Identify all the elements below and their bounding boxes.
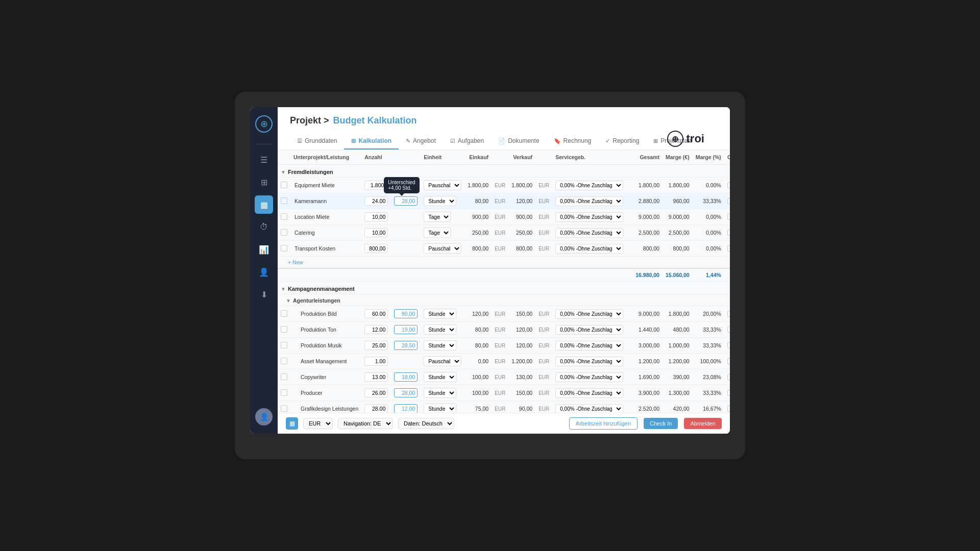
anzahl2-input[interactable] [394,196,418,206]
einheit-select[interactable]: Pauschal [424,180,461,190]
action-checkbox[interactable] [727,311,730,317]
anzahl-input[interactable] [364,309,388,318]
servicegeb-select[interactable]: 0,00% -Ohne Zuschlag [555,309,623,319]
anzahl-input[interactable] [364,372,388,382]
action-checkbox[interactable] [727,342,730,348]
einheit-select[interactable]: Tage [424,228,451,238]
sidebar-avatar[interactable]: 👤 [255,408,273,425]
data-language-select[interactable]: Daten: Deutsch [398,418,454,429]
anzahl-input[interactable] [364,196,388,206]
servicegeb-select[interactable]: 0,00% -Ohne Zuschlag [555,212,623,222]
expand-arrow[interactable]: ▼ [281,298,291,304]
sidebar-icon-clock[interactable]: ⏱ [255,218,273,236]
row-checkbox[interactable] [281,373,287,380]
tab-grunddaten[interactable]: ☰ Grunddaten [290,133,344,149]
row-checkbox[interactable] [281,182,287,188]
action-checkbox[interactable] [727,390,730,396]
tab-kalkulation[interactable]: ⊞ Kalkulation [344,133,399,149]
currency-select[interactable]: EUR [303,418,333,429]
sidebar-icon-table[interactable]: ▦ [255,195,273,214]
add-new-button[interactable]: + New [288,259,730,265]
sidebar-logo[interactable]: ⊕ [255,115,273,133]
einheit-select[interactable]: Pauschal [424,356,461,366]
checkin-button[interactable]: Check In [644,418,678,429]
action-checkbox[interactable] [727,198,730,204]
einheit-select[interactable]: Tage [424,212,451,222]
einheit-select[interactable]: Stunde [424,324,456,335]
row-checkbox[interactable] [281,358,287,364]
anzahl2-input[interactable] [394,325,418,334]
action-checkbox[interactable] [727,230,730,236]
action-checkbox[interactable] [727,374,730,380]
action-checkbox[interactable] [727,406,730,412]
tab-aufgaben[interactable]: ☑ Aufgaben [443,133,491,149]
cell-arrow [626,401,632,413]
einheit-select[interactable]: Stunde [424,388,456,398]
anzahl2-input[interactable] [394,309,418,318]
einheit-select[interactable]: Pauschal [424,243,461,254]
servicegeb-select[interactable]: 0,00% -Ohne Zuschlag [555,388,623,398]
einheit-select[interactable]: Stunde [424,372,456,382]
servicegeb-select[interactable]: 0,00% -Ohne Zuschlag [555,404,623,413]
servicegeb-select[interactable]: 0,00% -Ohne Zuschlag [555,325,623,335]
sidebar-icon-person[interactable]: 👤 [255,263,273,281]
sidebar-icon-menu[interactable]: ☰ [255,151,273,169]
footer-table-icon[interactable]: ▦ [286,417,298,430]
anzahl2-input[interactable] [394,341,418,350]
servicegeb-select[interactable]: 0,00% -Ohne Zuschlag [555,244,623,254]
servicegeb-select[interactable]: 0,00% -Ohne Zuschlag [555,372,623,382]
anzahl-input[interactable] [364,244,388,253]
navigation-select[interactable]: Navigation: DE [338,418,393,429]
sidebar-icon-chart[interactable]: 📊 [255,240,273,259]
abmelden-button[interactable]: Abmelden [684,418,722,429]
servicegeb-select[interactable]: 0,00% -Ohne Zuschlag [555,357,623,366]
anzahl-input[interactable] [364,341,388,350]
einheit-select[interactable]: Stunde [424,340,456,350]
anzahl-input[interactable] [364,388,388,397]
row-checkbox[interactable] [281,405,287,412]
row-checkbox[interactable] [281,342,287,348]
action-checkbox[interactable] [727,214,730,220]
anzahl-input[interactable] [364,357,388,366]
servicegeb-select[interactable]: 0,00% -Ohne Zuschlag [555,181,623,190]
tab-angebot[interactable]: ✎ Angebot [399,133,443,149]
action-checkbox[interactable] [727,327,730,333]
expand-arrow[interactable]: ▼ [281,169,286,175]
anzahl-input[interactable] [364,228,388,237]
servicegeb-select[interactable]: 0,00% -Ohne Zuschlag [555,196,623,206]
row-checkbox[interactable] [281,310,287,317]
einheit-select[interactable]: Stunde [424,404,456,413]
tab-dokumente[interactable]: 📄 Dokumente [491,133,546,149]
row-checkbox[interactable] [281,213,287,220]
row-checkbox[interactable] [281,326,287,333]
einheit-select[interactable]: Stunde [424,196,456,206]
row-checkbox[interactable] [281,229,287,236]
tab-reporting[interactable]: ✓ Reporting [598,133,646,149]
action-checkbox[interactable] [727,245,730,252]
sidebar-icon-download[interactable]: ⬇ [255,285,273,304]
einheit-select[interactable]: Stunde [424,309,456,319]
anzahl2-input[interactable] [394,404,418,413]
action-checkbox[interactable] [727,182,730,188]
cell-name: Kameramann [290,193,361,209]
action-checkbox[interactable] [727,358,730,364]
anzahl-input[interactable] [364,404,388,413]
anzahl2-input[interactable] [394,388,418,397]
sidebar-icon-dashboard[interactable]: ⊞ [255,173,273,191]
servicegeb-select[interactable]: 0,00% -Ohne Zuschlag [555,228,623,238]
expand-arrow[interactable]: ▼ [281,286,286,292]
anzahl2-input[interactable] [394,372,418,382]
cell-arrow [626,209,632,225]
cell-eur-buy: EUR [492,401,508,413]
anzahl-input[interactable] [364,181,388,190]
kalkulation-icon: ⊞ [351,138,356,144]
anzahl-input[interactable] [364,212,388,221]
tab-kalkulation-label: Kalkulation [358,137,391,144]
arbeitszeit-button[interactable]: Arbeitszeit hinzufügen [569,417,638,430]
anzahl-input[interactable] [364,325,388,334]
tab-rechnung[interactable]: 🔖 Rechnung [547,133,599,149]
servicegeb-select[interactable]: 0,00% -Ohne Zuschlag [555,341,623,350]
row-checkbox[interactable] [281,389,287,396]
row-checkbox[interactable] [281,245,287,252]
row-checkbox[interactable] [281,197,287,204]
